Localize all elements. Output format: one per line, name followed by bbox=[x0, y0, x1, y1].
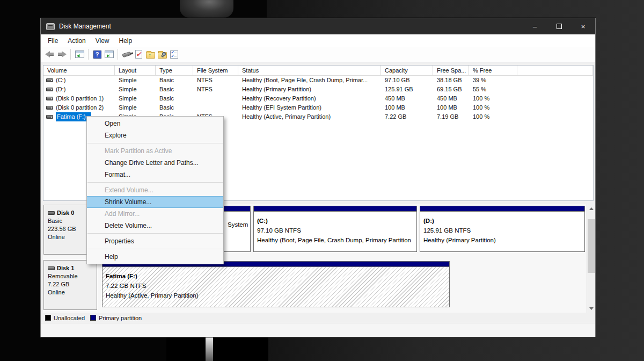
col-empty[interactable] bbox=[517, 66, 593, 76]
menu-item-format[interactable]: Format... bbox=[87, 169, 223, 180]
cell-layout: Simple bbox=[115, 85, 156, 94]
background-object bbox=[180, 0, 233, 18]
table-row[interactable]: (Disk 0 partition 1) Simple Basic Health… bbox=[43, 94, 593, 103]
table-row[interactable]: (C:) Simple Basic NTFS Healthy (Boot, Pa… bbox=[43, 76, 593, 85]
folder-up-icon[interactable]: ↑ bbox=[144, 48, 156, 60]
partition-d[interactable]: (D:) 125.91 GB NTFS Healthy (Primary Par… bbox=[420, 206, 585, 252]
menu-item-explore[interactable]: Explore bbox=[87, 129, 223, 141]
help-icon[interactable]: ? bbox=[91, 48, 103, 60]
volume-name: (Disk 0 partition 1) bbox=[56, 94, 104, 103]
col-status[interactable]: Status bbox=[238, 66, 381, 76]
maximize-button[interactable] bbox=[547, 18, 571, 34]
drive-icon bbox=[46, 106, 53, 110]
partition-label-fragment: System bbox=[228, 221, 248, 228]
disk1-info-panel[interactable]: Disk 1 Removable 7.22 GB Online bbox=[43, 260, 97, 310]
cell-fs bbox=[193, 103, 238, 112]
menu-item-shrink-volume[interactable]: Shrink Volume... bbox=[87, 196, 223, 208]
disk-name: Disk 1 bbox=[57, 264, 74, 272]
window-title: Disk Management bbox=[59, 23, 111, 30]
disk-kind: Removable bbox=[48, 272, 97, 280]
col-file-system[interactable]: File System bbox=[193, 66, 238, 76]
menu-item-open[interactable]: Open bbox=[87, 118, 223, 129]
cell-free: 38.18 GB bbox=[433, 76, 469, 85]
partition-size: 7.22 GB NTFS bbox=[106, 281, 449, 291]
tool-icon[interactable] bbox=[121, 48, 133, 60]
cell-capacity: 100 MB bbox=[381, 103, 433, 112]
report-check-icon[interactable]: ✓ bbox=[133, 48, 144, 60]
menu-view[interactable]: View bbox=[91, 34, 114, 47]
menu-item-properties[interactable]: Properties bbox=[87, 235, 223, 247]
menu-file[interactable]: File bbox=[43, 34, 63, 47]
menu-item-help[interactable]: Help bbox=[87, 251, 223, 263]
back-icon[interactable] bbox=[44, 48, 56, 60]
legend-unallocated-label: Unallocated bbox=[54, 315, 85, 321]
col-capacity[interactable]: Capacity bbox=[381, 66, 433, 76]
col-volume[interactable]: Volume bbox=[43, 66, 115, 76]
legend-primary-label: Primary partition bbox=[99, 315, 142, 321]
menu-bar: File Action View Help bbox=[41, 34, 595, 47]
col-free-space[interactable]: Free Spa... bbox=[433, 66, 469, 76]
col-type[interactable]: Type bbox=[156, 66, 193, 76]
cell-pct: 100 % bbox=[469, 94, 517, 103]
close-button[interactable]: × bbox=[571, 18, 595, 34]
partition-status: Healthy (Active, Primary Partition) bbox=[106, 291, 449, 300]
forward-icon[interactable] bbox=[56, 48, 68, 60]
cell-pct: 55 % bbox=[469, 85, 517, 94]
partition-c[interactable]: (C:) 97.10 GB NTFS Healthy (Boot, Page F… bbox=[253, 206, 417, 252]
vertical-scrollbar[interactable] bbox=[587, 204, 595, 313]
cell-layout: Simple bbox=[115, 76, 156, 85]
app-disk-icon bbox=[46, 23, 55, 30]
volume-name: (Disk 0 partition 2) bbox=[56, 103, 104, 112]
menu-action[interactable]: Action bbox=[63, 34, 90, 47]
drive-icon bbox=[46, 88, 53, 91]
task-list-icon[interactable] bbox=[168, 48, 180, 60]
toolbar-separator bbox=[118, 49, 118, 60]
minimize-button[interactable]: – bbox=[523, 18, 547, 34]
console-tree-icon[interactable] bbox=[74, 48, 85, 60]
scroll-up-icon[interactable] bbox=[587, 204, 596, 213]
cell-type: Basic bbox=[156, 94, 193, 103]
menu-item-delete-volume[interactable]: Delete Volume... bbox=[87, 220, 223, 232]
status-bar bbox=[41, 323, 595, 337]
maximize-icon bbox=[557, 24, 562, 29]
menu-item-mark-partition-active: Mark Partition as Active bbox=[87, 145, 223, 157]
drive-icon bbox=[46, 78, 53, 82]
volume-name: (C:) bbox=[56, 76, 65, 85]
col-pct-free[interactable]: % Free bbox=[469, 66, 517, 76]
volume-list-header: Volume Layout Type File System Status Ca… bbox=[43, 66, 593, 76]
cell-fs bbox=[193, 94, 238, 103]
col-layout[interactable]: Layout bbox=[115, 66, 156, 76]
menu-separator bbox=[87, 233, 223, 234]
legend-bar: Unallocated Primary partition bbox=[43, 313, 594, 323]
scroll-down-icon[interactable] bbox=[587, 304, 596, 313]
table-row[interactable]: (Disk 0 partition 2) Simple Basic Health… bbox=[43, 103, 593, 112]
close-icon: × bbox=[581, 23, 586, 31]
cell-status: Healthy (Active, Primary Partition) bbox=[238, 112, 381, 121]
menu-separator bbox=[87, 143, 223, 143]
title-bar[interactable]: Disk Management – × bbox=[41, 18, 595, 34]
cell-capacity: 450 MB bbox=[381, 94, 433, 103]
cell-type: Basic bbox=[156, 103, 193, 112]
cell-pct: 39 % bbox=[469, 76, 517, 85]
disk1-row: Disk 1 Removable 7.22 GB Online Fatima (… bbox=[43, 260, 594, 310]
cell-free: 7.19 GB bbox=[433, 112, 469, 121]
folder-search-icon[interactable] bbox=[156, 48, 168, 60]
toolbar-separator bbox=[88, 49, 89, 60]
table-row[interactable]: (D:) Simple Basic NTFS Healthy (Primary … bbox=[43, 85, 593, 94]
menu-help[interactable]: Help bbox=[114, 34, 137, 47]
cell-capacity: 125.91 GB bbox=[381, 85, 433, 94]
disk-management-window: Disk Management – × File Action View Hel… bbox=[40, 18, 596, 337]
partition-fatima-selected[interactable]: Fatima (F:) 7.22 GB NTFS Healthy (Active… bbox=[102, 261, 450, 307]
cell-status: Healthy (Primary Partition) bbox=[238, 85, 381, 94]
disk-size: 7.22 GB bbox=[48, 280, 97, 288]
partition-color-bar bbox=[254, 206, 416, 212]
partition-color-bar bbox=[420, 206, 584, 212]
cell-type: Basic bbox=[156, 76, 193, 85]
scrollbar-thumb[interactable] bbox=[588, 219, 595, 273]
menu-item-change-drive-letter[interactable]: Change Drive Letter and Paths... bbox=[87, 157, 223, 169]
cell-capacity: 7.22 GB bbox=[381, 112, 433, 121]
drive-icon bbox=[46, 115, 53, 119]
partition-label: Fatima (F:) bbox=[106, 271, 449, 281]
cell-free: 100 MB bbox=[433, 103, 469, 112]
action-pane-icon[interactable] bbox=[103, 48, 115, 60]
